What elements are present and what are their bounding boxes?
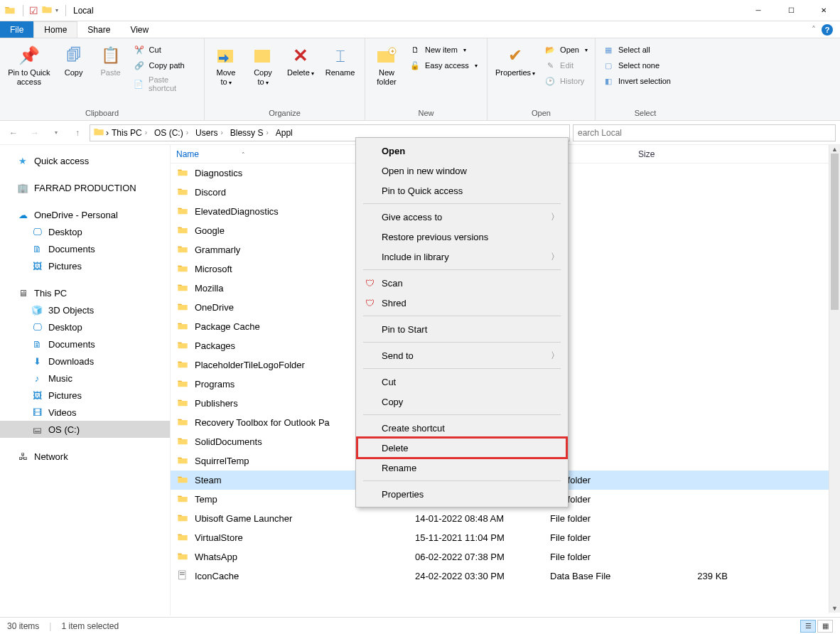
open-button[interactable]: 📂Open▾	[542, 43, 591, 57]
history-button[interactable]: 🕑History	[542, 74, 591, 88]
nav-videos[interactable]: 🎞Videos	[0, 404, 170, 421]
context-menu-item[interactable]: Send to〉	[357, 345, 566, 365]
tab-view[interactable]: View	[120, 21, 158, 38]
vertical-scrollbar[interactable]: ▲ ▼	[829, 145, 840, 613]
context-menu-label: Pin to Quick access	[382, 186, 463, 196]
pin-to-quick-access-button[interactable]: 📌 Pin to Quick access	[4, 41, 54, 90]
scroll-up-icon[interactable]: ▲	[829, 145, 840, 154]
nav-farrad[interactable]: 🏢FARRAD PRODUCTION	[0, 179, 170, 196]
star-icon: ★	[17, 155, 28, 166]
rename-icon: ⌶	[329, 44, 352, 67]
close-button[interactable]: ✕	[807, 0, 840, 21]
new-folder-button[interactable]: ✦ New folder	[370, 41, 404, 90]
easy-access-button[interactable]: 🔓Easy access▾	[406, 58, 480, 72]
breadcrumb[interactable]: OS (C:)›	[153, 128, 193, 138]
copy-path-button[interactable]: 🔗Copy path	[131, 58, 200, 72]
paste-shortcut-button[interactable]: 📄Paste shortcut	[131, 74, 200, 94]
invert-selection-button[interactable]: ◧Invert selection	[600, 74, 674, 88]
large-icons-view-button[interactable]: ▦	[817, 620, 833, 633]
help-icon[interactable]: ?	[822, 24, 833, 36]
scrollbar-thumb[interactable]	[831, 154, 839, 310]
context-menu-item[interactable]: 🛡Shred	[357, 293, 566, 313]
collapse-ribbon-icon[interactable]: ˄	[812, 25, 816, 35]
context-menu-separator	[363, 368, 561, 369]
minimize-button[interactable]: ─	[742, 0, 775, 21]
forward-button[interactable]: →	[26, 124, 44, 142]
shield-icon: 🛡	[363, 296, 376, 309]
context-menu-item[interactable]: Open in new window	[357, 161, 566, 181]
3d-icon: 🧊	[31, 304, 43, 316]
paste-button[interactable]: 📋 Paste	[94, 41, 128, 80]
table-row[interactable]: Ubisoft Game Launcher14-01-2022 08:48 AM…	[171, 509, 840, 528]
network-icon: 🖧	[17, 451, 28, 462]
nav-onedrive-desktop[interactable]: 🖵Desktop	[0, 223, 170, 240]
nav-os-c[interactable]: 🖴OS (C:)	[0, 421, 170, 438]
nav-documents[interactable]: 🗎Documents	[0, 335, 170, 353]
search-input[interactable]: earch Local	[573, 124, 836, 141]
context-menu-item[interactable]: Cut	[357, 372, 566, 392]
delete-button[interactable]: ✕ Delete▾	[283, 41, 318, 81]
nav-pictures[interactable]: 🖼Pictures	[0, 387, 170, 404]
rename-button[interactable]: ⌶ Rename	[321, 41, 360, 80]
context-menu-item[interactable]: Create shortcut	[357, 418, 566, 438]
breadcrumb[interactable]: Blessy S›	[229, 128, 273, 138]
context-menu-item[interactable]: Restore previous versions	[357, 227, 566, 247]
nav-onedrive-pictures[interactable]: 🖼Pictures	[0, 257, 170, 274]
details-view-button[interactable]: ☰	[800, 620, 816, 633]
copy-button[interactable]: 🗐 Copy	[57, 41, 91, 80]
nav-3d-objects[interactable]: 🧊3D Objects	[0, 301, 170, 318]
table-row[interactable]: VirtualStore15-11-2021 11:04 PMFile fold…	[171, 528, 840, 547]
context-menu-item[interactable]: Rename	[357, 458, 566, 478]
nav-onedrive-documents[interactable]: 🗎Documents	[0, 240, 170, 257]
copy-to-button[interactable]: Copy to▾	[246, 41, 280, 90]
table-row[interactable]: IconCache24-02-2022 03:30 PMData Base Fi…	[171, 566, 840, 586]
breadcrumb[interactable]: Users›	[194, 128, 227, 138]
select-all-button[interactable]: ▦Select all	[600, 43, 674, 57]
qat-dropdown-icon[interactable]: ▾	[55, 7, 58, 14]
nav-quick-access[interactable]: ★Quick access	[0, 152, 170, 169]
recent-locations-button[interactable]: ▾	[47, 124, 65, 142]
folder-icon	[176, 531, 189, 544]
context-menu-separator	[363, 316, 561, 316]
properties-button[interactable]: ✔ Properties▾	[492, 41, 539, 81]
folder-icon	[93, 126, 104, 139]
nav-music[interactable]: ♪Music	[0, 370, 170, 387]
group-label-open: Open	[492, 107, 591, 120]
tab-home[interactable]: Home	[33, 21, 77, 38]
cut-button[interactable]: ✂️Cut	[131, 43, 200, 57]
context-menu-label: Open	[382, 146, 405, 156]
scroll-down-icon[interactable]: ▼	[829, 604, 840, 613]
nav-this-pc[interactable]: 🖥This PC	[0, 284, 170, 301]
context-menu-item[interactable]: 🛡Scan	[357, 273, 566, 293]
file-icon	[176, 569, 189, 583]
nav-desktop[interactable]: 🖵Desktop	[0, 318, 170, 335]
shield-icon: 🛡	[363, 276, 376, 289]
context-menu-item[interactable]: Delete	[357, 438, 566, 458]
tab-share[interactable]: Share	[77, 21, 120, 38]
context-menu-item[interactable]: Include in library〉	[357, 247, 566, 267]
select-none-button[interactable]: ▢Select none	[600, 58, 674, 72]
tab-file[interactable]: File	[0, 21, 33, 38]
new-item-button[interactable]: 🗋New item▾	[406, 43, 480, 57]
back-button[interactable]: ←	[4, 124, 23, 142]
downloads-icon: ⬇	[31, 355, 43, 367]
nav-network[interactable]: 🖧Network	[0, 448, 170, 465]
move-to-button[interactable]: Move to▾	[209, 41, 243, 90]
context-menu-item[interactable]: Properties	[357, 484, 566, 504]
context-menu-item[interactable]: Copy	[357, 392, 566, 412]
context-menu-label: Send to	[382, 350, 414, 361]
edit-button[interactable]: ✎Edit	[542, 58, 591, 72]
folder-icon	[176, 281, 189, 295]
breadcrumb[interactable]: This PC›	[110, 128, 151, 138]
maximize-button[interactable]: ☐	[775, 0, 807, 21]
breadcrumb[interactable]: Appl	[274, 128, 294, 138]
up-button[interactable]: ↑	[68, 124, 87, 142]
context-menu-item[interactable]: Pin to Start	[357, 319, 566, 339]
table-row[interactable]: WhatsApp06-02-2022 07:38 PMFile folder	[171, 547, 840, 566]
qat-checkbox-icon[interactable]: ☑	[29, 5, 38, 16]
nav-downloads[interactable]: ⬇Downloads	[0, 353, 170, 370]
context-menu-item[interactable]: Give access to〉	[357, 207, 566, 227]
context-menu-item[interactable]: Pin to Quick access	[357, 181, 566, 200]
context-menu-item[interactable]: Open	[357, 141, 566, 161]
nav-onedrive[interactable]: ☁OneDrive - Personal	[0, 206, 170, 223]
